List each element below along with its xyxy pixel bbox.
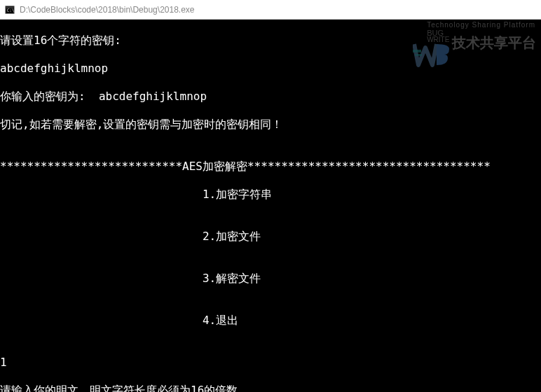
svg-text:C:\: C:\ <box>7 7 15 12</box>
console-line: abcdefghijklmnop <box>0 62 541 76</box>
svg-rect-3 <box>413 50 421 52</box>
watermark-subtitle: Technology Sharing Platform <box>427 21 535 29</box>
console-line: 切记,如若需要解密,设置的密钥需与加密时的密钥相同！ <box>0 118 541 132</box>
window-title-path: D:\CodeBlocks\code\2018\bin\Debug\2018.e… <box>20 5 195 15</box>
console-output[interactable]: 请设置16个字符的密钥: abcdefghijklmnop 你输入的密钥为: a… <box>0 20 541 392</box>
console-line: 你输入的密钥为: abcdefghijklmnop <box>0 90 541 104</box>
console-app-icon: C:\ <box>4 4 15 15</box>
console-line: ***************************AES加密解密******… <box>0 160 541 174</box>
console-line: 2.加密文件 <box>0 230 541 244</box>
console-line: 请设置16个字符的密钥: <box>0 34 541 48</box>
console-line: 1.加密字符串 <box>0 188 541 202</box>
console-line: 4.退出 <box>0 314 541 328</box>
window-titlebar: C:\ D:\CodeBlocks\code\2018\bin\Debug\20… <box>0 0 541 20</box>
console-line: 3.解密文件 <box>0 272 541 286</box>
console-line: 1 <box>0 356 541 370</box>
svg-rect-4 <box>415 54 422 56</box>
console-line: 请输入你的明文，明文字符长度必须为16的倍数 <box>0 384 541 392</box>
